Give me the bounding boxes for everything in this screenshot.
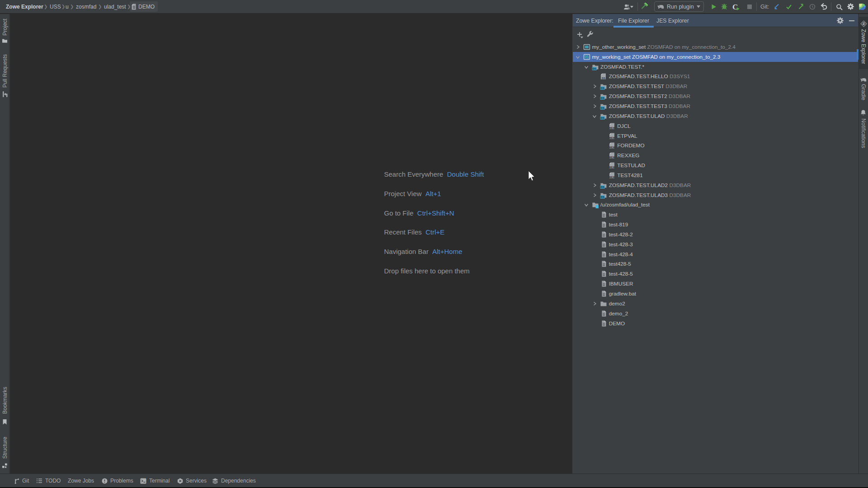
svg-text:DS: DS <box>602 77 605 80</box>
svg-text:DS: DS <box>592 67 596 70</box>
svg-text:MEM: MEM <box>609 136 615 139</box>
svg-text:MEM: MEM <box>609 146 615 149</box>
svg-text:DS: DS <box>600 195 604 198</box>
svg-text:DS: DS <box>600 185 604 188</box>
svg-text:DS: DS <box>600 96 604 99</box>
svg-text:DS: DS <box>600 106 604 109</box>
svg-text:MEM: MEM <box>609 156 615 159</box>
svg-text:MEM: MEM <box>609 126 615 129</box>
svg-text:MEM: MEM <box>609 176 615 178</box>
svg-text:MEM: MEM <box>609 166 615 169</box>
svg-text:DS: DS <box>600 87 604 90</box>
svg-text:Z: Z <box>863 22 865 26</box>
svg-text:DS: DS <box>600 116 604 119</box>
